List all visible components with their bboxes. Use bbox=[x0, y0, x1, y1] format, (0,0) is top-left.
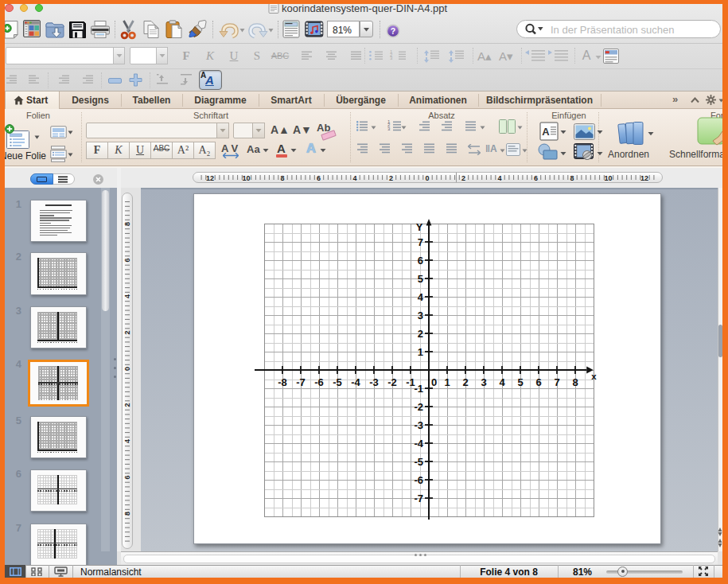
svg-text:-5: -5 bbox=[333, 376, 342, 388]
svg-text:4: 4 bbox=[123, 439, 131, 443]
svg-text:-2: -2 bbox=[414, 401, 423, 413]
svg-text:-6: -6 bbox=[314, 376, 324, 388]
svg-text:-7: -7 bbox=[414, 493, 423, 504]
svg-text:-6: -6 bbox=[414, 474, 423, 486]
svg-text:-7: -7 bbox=[296, 376, 306, 388]
svg-text:1: 1 bbox=[418, 346, 423, 358]
svg-text:12: 12 bbox=[206, 174, 214, 182]
svg-text:6: 6 bbox=[317, 174, 321, 182]
svg-text:8: 8 bbox=[570, 174, 574, 182]
svg-text:4: 4 bbox=[418, 291, 424, 303]
svg-text:2: 2 bbox=[389, 174, 393, 182]
svg-text:12: 12 bbox=[640, 174, 648, 182]
svg-text:8: 8 bbox=[280, 174, 284, 182]
svg-text:6: 6 bbox=[535, 376, 541, 388]
svg-text:5: 5 bbox=[517, 376, 523, 388]
svg-text:2: 2 bbox=[462, 376, 468, 388]
svg-text:Y: Y bbox=[416, 221, 423, 233]
svg-text:x: x bbox=[591, 372, 597, 381]
svg-text:-4: -4 bbox=[351, 376, 360, 388]
svg-text:-3: -3 bbox=[414, 419, 423, 431]
svg-text:-8: -8 bbox=[278, 376, 287, 388]
svg-text:3: 3 bbox=[418, 310, 423, 321]
svg-text:0: 0 bbox=[431, 376, 437, 388]
svg-text:2: 2 bbox=[123, 403, 131, 407]
svg-text:0: 0 bbox=[425, 174, 429, 182]
svg-text:-2: -2 bbox=[387, 376, 397, 388]
svg-text:8: 8 bbox=[123, 222, 131, 226]
svg-text:10: 10 bbox=[242, 174, 250, 182]
svg-text:10: 10 bbox=[604, 174, 612, 182]
svg-text:1: 1 bbox=[444, 376, 450, 388]
svg-text:4: 4 bbox=[352, 174, 356, 182]
svg-text:5: 5 bbox=[418, 273, 423, 285]
svg-text:6: 6 bbox=[534, 174, 538, 182]
svg-text:6: 6 bbox=[123, 475, 131, 479]
svg-text:-4: -4 bbox=[414, 438, 423, 450]
svg-text:3: 3 bbox=[481, 376, 486, 388]
svg-text:4: 4 bbox=[497, 174, 501, 182]
svg-text:2: 2 bbox=[123, 330, 131, 334]
svg-text:8: 8 bbox=[572, 376, 578, 388]
svg-text:2: 2 bbox=[418, 328, 423, 340]
svg-text:6: 6 bbox=[418, 255, 423, 267]
svg-text:6: 6 bbox=[123, 258, 131, 262]
svg-text:?: ? bbox=[391, 26, 395, 36]
svg-text:4: 4 bbox=[123, 294, 131, 298]
svg-text:0: 0 bbox=[123, 367, 131, 371]
svg-text:-3: -3 bbox=[369, 376, 379, 388]
svg-text:2: 2 bbox=[461, 174, 465, 182]
svg-text:8: 8 bbox=[123, 512, 131, 516]
svg-text:-1: -1 bbox=[414, 383, 423, 395]
svg-text:7: 7 bbox=[554, 376, 559, 388]
svg-text:A: A bbox=[542, 126, 550, 138]
svg-text:-5: -5 bbox=[414, 456, 423, 468]
svg-text:4: 4 bbox=[499, 376, 505, 388]
svg-text:7: 7 bbox=[418, 236, 423, 248]
